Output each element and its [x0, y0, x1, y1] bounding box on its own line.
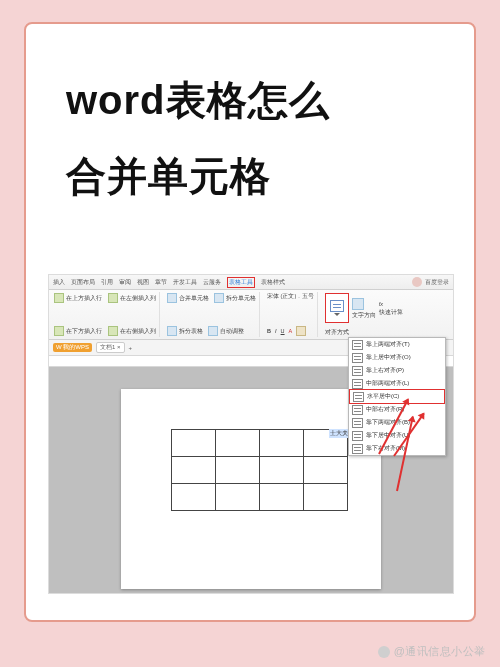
page: 士大夫撒士大夫: [121, 389, 381, 589]
tab-view[interactable]: 视图: [137, 278, 149, 287]
align-bot-left-icon: [352, 418, 363, 428]
align-mid-right-icon: [352, 405, 363, 415]
align-label: 对齐方式: [325, 329, 349, 336]
doc-tab-add[interactable]: +: [129, 345, 133, 351]
align-button[interactable]: [325, 293, 349, 323]
tab-review[interactable]: 审阅: [119, 278, 131, 287]
table-row: [172, 457, 348, 484]
align-top-center-icon: [352, 353, 363, 363]
table-row: [172, 430, 348, 457]
row-above-label[interactable]: 在上方插入行: [66, 295, 102, 302]
autofit-icon: [208, 326, 218, 336]
dropdown-item-center[interactable]: 水平居中(C): [349, 389, 445, 404]
doc-tab-close[interactable]: ×: [117, 344, 121, 350]
font-name[interactable]: 宋体 (正文): [267, 293, 296, 300]
row-below-label[interactable]: 在下方插入行: [66, 328, 102, 335]
watermark-icon: [378, 646, 390, 658]
split-table-label[interactable]: 拆分表格: [179, 328, 203, 335]
watermark-text: @通讯信息小公举: [394, 644, 486, 659]
ribbon: 在上方插入行 在左侧插入列 在下方插入行 在右侧插入列 合并单元格 拆分单元格 …: [49, 290, 453, 340]
merge-label[interactable]: 合并单元格: [179, 295, 209, 302]
tab-chapter[interactable]: 章节: [155, 278, 167, 287]
dropdown-label: 水平居中(C): [367, 392, 399, 401]
dropdown-label: 靠上居中对齐(O): [366, 353, 411, 362]
quick-calc-label[interactable]: 快速计算: [379, 309, 403, 316]
title-line-2: 合并单元格: [66, 154, 271, 198]
tab-layout[interactable]: 页面布局: [71, 278, 95, 287]
tab-insert[interactable]: 插入: [53, 278, 65, 287]
align-center-icon: [353, 392, 364, 402]
avatar-icon: [412, 277, 422, 287]
underline-button[interactable]: U: [281, 328, 285, 334]
merge-icon: [167, 293, 177, 303]
col-right-icon: [108, 326, 118, 336]
watermark: @通讯信息小公举: [378, 644, 486, 659]
row-below-icon: [54, 326, 64, 336]
fx-icon[interactable]: fx: [379, 301, 403, 307]
dropdown-label: 靠下两端对齐(B): [366, 418, 410, 427]
tab-cloud[interactable]: 云服务: [203, 278, 221, 287]
group-font: 宋体 (正文) · 五号 B I U A: [264, 292, 318, 337]
title-line-1: word表格怎么: [66, 78, 330, 122]
font-color-button[interactable]: A: [289, 328, 293, 334]
dropdown-item-bot-center[interactable]: 靠下居中对齐(U): [349, 429, 445, 442]
dropdown-item-mid-right[interactable]: 中部右对齐(R): [349, 403, 445, 416]
dropdown-label: 中部两端对齐(L): [366, 379, 409, 388]
chevron-down-icon: [334, 313, 340, 316]
title: word表格怎么 合并单元格: [66, 62, 446, 214]
group-cell: 合并单元格 拆分单元格 拆分表格 自动调整: [164, 292, 261, 337]
profile[interactable]: 百度登录: [412, 277, 449, 287]
split-table-icon: [167, 326, 177, 336]
dropdown-label: 靠上两端对齐(T): [366, 340, 410, 349]
group-rows: 在上方插入行 在左侧插入列 在下方插入行 在右侧插入列: [51, 292, 160, 337]
doc-tab-label: 文档1: [100, 344, 115, 350]
col-left-label[interactable]: 在左侧插入列: [120, 295, 156, 302]
align-icon: [330, 300, 344, 312]
word-table[interactable]: [171, 429, 348, 511]
table-row: [172, 484, 348, 511]
align-bot-right-icon: [352, 444, 363, 454]
dropdown-item-top-left[interactable]: 靠上两端对齐(T): [349, 338, 445, 351]
profile-name: 百度登录: [425, 278, 449, 287]
tab-dev[interactable]: 开发工具: [173, 278, 197, 287]
italic-button[interactable]: I: [275, 328, 277, 334]
bold-button[interactable]: B: [267, 328, 271, 334]
col-left-icon: [108, 293, 118, 303]
split-label[interactable]: 拆分单元格: [226, 295, 256, 302]
wps-logo[interactable]: W 我的WPS: [53, 343, 92, 352]
doc-tab[interactable]: 文档1 ×: [96, 342, 125, 353]
text-direction-icon[interactable]: [352, 298, 364, 310]
tab-reference[interactable]: 引用: [101, 278, 113, 287]
highlight-icon[interactable]: [296, 326, 306, 336]
tab-table-tools[interactable]: 表格工具: [227, 277, 255, 288]
align-mid-left-icon: [352, 379, 363, 389]
text-direction-label: 文字方向: [352, 312, 376, 319]
row-above-icon: [54, 293, 64, 303]
align-top-right-icon: [352, 366, 363, 376]
font-size[interactable]: 五号: [302, 293, 314, 300]
card: word表格怎么 合并单元格 插入 页面布局 引用 审阅 视图 章节 开发工具 …: [24, 22, 476, 622]
align-dropdown: 靠上两端对齐(T) 靠上居中对齐(O) 靠上右对齐(P) 中部两端对齐(L) 水…: [348, 337, 446, 456]
dropdown-item-top-center[interactable]: 靠上居中对齐(O): [349, 351, 445, 364]
split-icon: [214, 293, 224, 303]
autofit-label[interactable]: 自动调整: [220, 328, 244, 335]
dropdown-item-top-right[interactable]: 靠上右对齐(P): [349, 364, 445, 377]
align-bot-center-icon: [352, 431, 363, 441]
tab-strip: 插入 页面布局 引用 审阅 视图 章节 开发工具 云服务 表格工具 表格样式 百…: [49, 275, 453, 290]
group-align: 文字方向 fx 快速计算 对齐方式: [322, 292, 406, 337]
align-top-left-icon: [352, 340, 363, 350]
col-right-label[interactable]: 在右侧插入列: [120, 328, 156, 335]
tab-table-style[interactable]: 表格样式: [261, 278, 285, 287]
dropdown-label: 靠上右对齐(P): [366, 366, 404, 375]
screenshot: 插入 页面布局 引用 审阅 视图 章节 开发工具 云服务 表格工具 表格样式 百…: [48, 274, 454, 594]
